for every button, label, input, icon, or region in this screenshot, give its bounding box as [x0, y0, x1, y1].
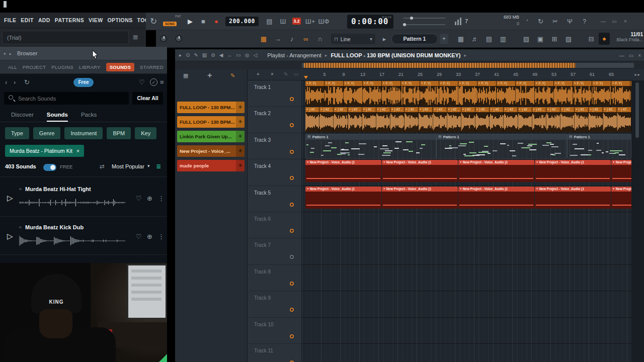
close-button[interactable]: × — [620, 13, 631, 30]
select-icon[interactable]: ▭ — [236, 52, 240, 58]
playhead-marker[interactable] — [304, 76, 308, 79]
track-header[interactable]: Track 1 — [248, 80, 302, 107]
slider-knob[interactable] — [403, 23, 406, 26]
track-header[interactable]: Track 7 — [248, 238, 302, 264]
track-led[interactable] — [290, 229, 294, 233]
detach-icon[interactable]: ▸ — [179, 52, 182, 58]
track-header[interactable]: Track 8 — [248, 265, 302, 291]
cut-icon[interactable]: ✂ — [548, 13, 562, 30]
browser-tab-project[interactable]: PROJECT — [23, 64, 46, 70]
heart-icon[interactable]: ♡ — [136, 195, 142, 202]
add-track-icon[interactable]: + — [257, 71, 260, 77]
track-header[interactable]: Track 2 — [248, 107, 302, 133]
slider-knob[interactable] — [410, 17, 413, 20]
pat-song-switch[interactable]: PAT SONG — [163, 15, 182, 27]
menu-item-add[interactable]: ADD — [38, 17, 50, 23]
splice-tab-packs[interactable]: Packs — [81, 109, 97, 122]
menu-item-file[interactable]: FILE — [4, 17, 16, 23]
track-led[interactable] — [290, 176, 294, 180]
clip-mode-icon[interactable]: ✚ — [236, 131, 245, 142]
project-title-field[interactable]: (Trial) — [2, 31, 129, 44]
clear-all-button[interactable]: Clear All — [132, 92, 163, 105]
audio-clip-strip[interactable]: ‣ F..Y)‣ F..Y)‣ F..Y)‣ F..Y)‣ F..Y)‣ F..… — [305, 81, 631, 106]
play-button[interactable]: ▷ — [7, 232, 13, 241]
pattern-clip[interactable]: ▤Pattern 1 — [567, 134, 631, 159]
track-header[interactable]: Track 9 — [248, 291, 302, 317]
record-button[interactable]: ● — [210, 13, 222, 30]
minimize-button[interactable]: — — [598, 13, 609, 30]
collapse-arrow-icon[interactable]: ▸ — [4, 51, 6, 56]
audio-clip-strip[interactable]: ‣ ) #2 ..‣ ) #2 ..‣ ) #2 ..‣ ) #2 ..‣ ) … — [305, 107, 631, 132]
add-icon[interactable]: ⊕ — [147, 195, 152, 202]
picker-clip[interactable]: made people✚ — [177, 160, 245, 171]
advanced-filters-icon[interactable]: ≣ — [156, 163, 161, 170]
filter-bpm[interactable]: BPM — [107, 127, 131, 139]
tools-icon[interactable]: ▨ — [561, 30, 576, 48]
shop-cart-icon[interactable]: ⊟ — [585, 30, 598, 48]
snap-selector[interactable]: ⊓ Line ▾ — [331, 34, 375, 44]
audio-clip[interactable]: ‣ New Project - Voice_Audio (1 — [535, 160, 611, 182]
audio-clip[interactable]: ‣ New Project - Voice_Audio (1 — [458, 160, 534, 182]
browser-toggle-icon[interactable]: ▧ — [519, 30, 533, 48]
clip-mode-icon[interactable]: ✚ — [236, 160, 245, 171]
maximize-button[interactable]: ▭ — [609, 13, 620, 30]
zoom-icon[interactable]: ◎ — [245, 52, 250, 58]
picker-clip[interactable]: New Project - Voice_...✚ — [177, 145, 245, 157]
remove-tag-icon[interactable]: × — [76, 148, 79, 154]
filter-type[interactable]: Type — [5, 127, 29, 139]
metronome-icon[interactable]: Ш — [276, 13, 290, 30]
timeline-ruler[interactable]: 591317212529333741454953576165 — [302, 69, 631, 80]
picker-brush-icon[interactable]: ✎ — [230, 72, 235, 79]
browser-tab-starred[interactable]: STARRED — [140, 64, 164, 70]
time-display[interactable]: 0:00:00 M:S:CS — [347, 15, 393, 29]
playlist-maximize-button[interactable]: ▭ — [629, 53, 633, 58]
filter-key[interactable]: Key — [135, 127, 156, 139]
paint-icon[interactable]: ▧ — [202, 52, 207, 58]
date-event-box[interactable]: ◆ 11/01 Black Frida... — [599, 32, 643, 46]
play-button[interactable]: ▷ — [7, 194, 13, 203]
webcam-resize-handle[interactable] — [159, 354, 167, 362]
link-icon[interactable]: ∞ — [299, 30, 313, 48]
loop-record-icon[interactable]: ШФ — [317, 13, 331, 30]
free-toggle[interactable] — [43, 164, 56, 171]
track-header[interactable]: Track 11 — [248, 344, 302, 362]
search-input[interactable] — [4, 92, 129, 105]
back-icon[interactable]: ‹ — [5, 76, 7, 89]
slider-track[interactable] — [403, 18, 445, 19]
audio-clip[interactable]: ‣ New Project - Voice_Audio (1 — [305, 187, 381, 209]
pattern-clip[interactable]: ▤Pattern 1 — [305, 134, 436, 159]
audio-clip[interactable]: ‣ New Project - Voice_Audio (1 — [458, 187, 534, 209]
splice-tab-sounds[interactable]: Sounds — [47, 109, 68, 122]
track-header[interactable]: Track 10 — [248, 318, 302, 344]
menu-item-patterns[interactable]: PATTERNS — [55, 17, 84, 23]
close-tool-icon[interactable]: × — [271, 71, 274, 77]
sound-waveform[interactable] — [19, 235, 126, 247]
picker-grid-icon[interactable]: ▦ — [183, 72, 188, 79]
step-sequencer-icon[interactable]: ▦ — [257, 30, 271, 48]
track-header[interactable]: Track 5 — [248, 186, 302, 212]
mute-icon[interactable]: ◀ — [219, 52, 223, 58]
track-led[interactable] — [290, 123, 294, 127]
clip-mode-icon[interactable]: ✚ — [236, 102, 245, 113]
ruler-scroll-arrows[interactable]: ▸▸ — [631, 69, 644, 80]
heart-icon[interactable]: ♡ — [136, 233, 142, 240]
plugin-picker-icon[interactable]: ▣ — [533, 30, 547, 48]
splice-tab-discover[interactable]: Discover — [11, 109, 34, 122]
track-led[interactable] — [290, 203, 294, 207]
audio-clip-strip[interactable]: ‣ New Project - Voice_Audio (1‣ New Proj… — [305, 160, 631, 183]
picker-clip[interactable]: Linkin Park Given Up...✚ — [177, 131, 245, 142]
playlist-icon[interactable]: ▦ — [454, 30, 468, 48]
track-led[interactable] — [290, 282, 294, 286]
browser-tab-plugins[interactable]: PLUGINS — [51, 64, 73, 70]
forward-icon[interactable]: › — [14, 76, 16, 89]
kebab-icon[interactable]: ⋮ — [158, 233, 165, 240]
sort-dropdown[interactable]: Most Popular — [112, 163, 144, 169]
slider-track[interactable] — [403, 24, 445, 25]
sound-item[interactable]: ▷≈Murda Beatz Kick Dub♡⊕⋮ — [0, 219, 167, 256]
typing-keyboard-icon[interactable]: ▤ — [263, 13, 276, 30]
master-pitch-knob[interactable] — [175, 35, 182, 42]
hat-icon[interactable]: ∩ — [313, 30, 327, 48]
picker-clip[interactable]: FULL LOOP - 130 BPM...✚ — [177, 116, 245, 128]
pattern-selector[interactable]: Pattern 1 — [391, 34, 438, 44]
master-volume-knob[interactable] — [160, 35, 167, 42]
